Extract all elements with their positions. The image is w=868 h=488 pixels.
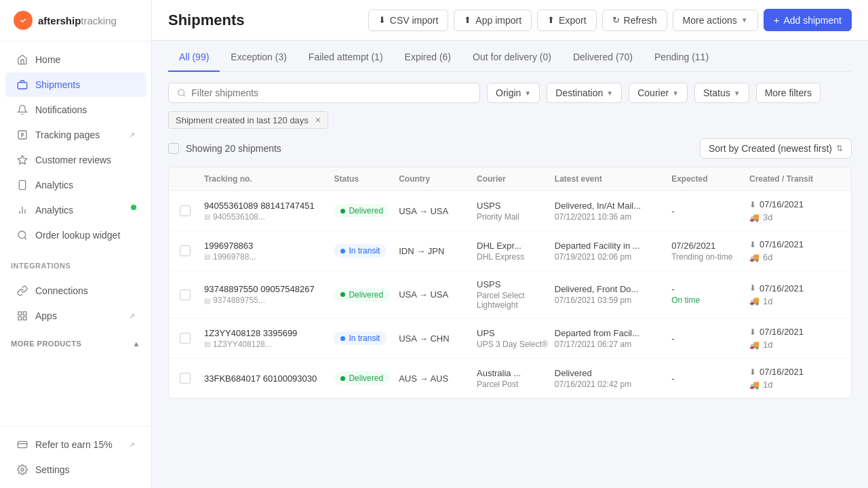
add-shipment-button[interactable]: + Add shipment	[764, 9, 852, 31]
table-header: Tracking no. Status Country Courier Late…	[169, 167, 851, 191]
courier-filter-button[interactable]: Courier ▼	[629, 83, 688, 103]
tab-out-for-delivery[interactable]: Out for delivery (0)	[462, 43, 562, 72]
tab-pending[interactable]: Pending (11)	[644, 43, 719, 72]
export-button[interactable]: ⬆ Export	[537, 9, 596, 31]
select-all-checkbox[interactable]	[168, 143, 179, 154]
destination-filter-button[interactable]: Destination ▼	[547, 83, 622, 103]
table-row[interactable]: 1Z3YY408128 3395699 ▤ 1Z3YY408128... In …	[169, 319, 851, 359]
more-actions-label: More actions	[683, 15, 737, 26]
origin-filter-button[interactable]: Origin ▼	[487, 83, 540, 103]
top-actions: ⬇ CSV import ⬆ App import ⬆ Export ↻ Ref…	[368, 9, 852, 31]
tab-all[interactable]: All (99)	[168, 43, 220, 72]
destination-chevron-icon: ▼	[606, 89, 613, 97]
event-cell: Delivered, In/At Mail... 07/12/2021 10:3…	[555, 201, 671, 222]
expected-date: -	[671, 206, 749, 216]
sort-select[interactable]: Sort by Created (newest first) ⇅	[700, 138, 852, 159]
home-label: Home	[35, 54, 60, 65]
svg-rect-12	[23, 312, 26, 315]
active-filter-close-button[interactable]: ×	[315, 115, 321, 125]
app-import-icon: ⬆	[464, 15, 471, 25]
col-created: Created / Transit	[749, 174, 840, 184]
csv-import-button[interactable]: ⬇ CSV import	[368, 9, 449, 31]
transit-days: 6d	[763, 252, 772, 262]
created-icon: ⬇	[749, 283, 756, 293]
svg-point-0	[18, 16, 28, 26]
logo-brand: aftership	[38, 15, 81, 26]
row-checkbox[interactable]	[180, 333, 191, 344]
tab-exception[interactable]: Exception (3)	[220, 43, 297, 72]
sidebar-item-settings[interactable]: Settings	[5, 458, 146, 482]
tracking-info: 1996978863 ▤ 19969788...	[204, 241, 334, 262]
tracking-info: 33FKB684017 60100093030	[204, 373, 334, 384]
table-row[interactable]: 93748897550 09057548267 ▤ 9374889755... …	[169, 271, 851, 319]
col-tracking: Tracking no.	[204, 174, 334, 184]
tab-delivered[interactable]: Delivered (70)	[562, 43, 644, 72]
tracking-number: 94055361089 88141747451	[204, 201, 334, 211]
svg-rect-14	[18, 317, 22, 320]
logo-icon	[14, 11, 33, 30]
tab-expired[interactable]: Expired (6)	[394, 43, 462, 72]
search-icon	[177, 88, 186, 98]
status-filter-button[interactable]: Status ▼	[694, 83, 749, 103]
row-checkbox[interactable]	[180, 205, 191, 216]
row-checkbox[interactable]	[180, 245, 191, 256]
connections-label: Connections	[35, 285, 88, 296]
tab-failed[interactable]: Failed attempt (1)	[298, 43, 394, 72]
barcode-icon: ▤	[204, 297, 210, 304]
search-box[interactable]	[168, 83, 480, 103]
export-label: Export	[559, 15, 586, 26]
tracking-pages-label: Tracking pages	[35, 129, 100, 140]
status-cell: In transit	[334, 331, 399, 345]
sidebar-item-connections[interactable]: Connections	[5, 279, 146, 303]
status-badge: Delivered	[334, 204, 390, 218]
courier-service: Priority Mail	[477, 212, 555, 222]
sidebar-item-notifications[interactable]: Notifications	[5, 98, 146, 122]
created-cell: ⬇ 07/16/2021 🚚 1d	[749, 327, 840, 350]
row-checkbox[interactable]	[180, 289, 191, 300]
app-import-button[interactable]: ⬆ App import	[454, 9, 532, 31]
tracking-info: 94055361089 88141747451 ▤ 9405536108...	[204, 201, 334, 222]
tracking-app-icon	[16, 179, 28, 191]
sidebar-item-shipments[interactable]: Shipments	[5, 73, 146, 97]
table-row[interactable]: 33FKB684017 60100093030 Delivered AUS → …	[169, 359, 851, 398]
sidebar-item-refer[interactable]: Refer to earn 15% ↗	[5, 432, 146, 457]
sidebar-item-order-lookup[interactable]: Order lookup widget	[5, 223, 146, 247]
transit-icon: 🚚	[749, 340, 760, 350]
transit-icon: 🚚	[749, 380, 760, 390]
integrations-nav: Connections Apps ↗	[0, 272, 151, 334]
table-row[interactable]: 1996978863 ▤ 19969788... In transit IDN …	[169, 231, 851, 271]
status-dot	[340, 209, 345, 214]
refresh-button[interactable]: ↻ Refresh	[602, 9, 667, 31]
created-cell: ⬇ 07/16/2021 🚚 1d	[749, 367, 840, 390]
table-row[interactable]: 94055361089 88141747451 ▤ 9405536108... …	[169, 191, 851, 231]
svg-point-18	[178, 89, 184, 96]
transit-icon: 🚚	[749, 253, 760, 262]
expected-date: -	[671, 284, 749, 294]
tracking-sub: ▤ 19969788...	[204, 252, 334, 262]
sidebar-item-tracking-app[interactable]: Analytics	[5, 173, 146, 197]
order-lookup-label: Order lookup widget	[35, 230, 120, 241]
expected-date: -	[671, 373, 749, 384]
country-cell: USA → CHN	[399, 333, 477, 344]
content-area: All (99) Exception (3) Failed attempt (1…	[152, 41, 868, 488]
more-filters-button[interactable]: More filters	[756, 83, 821, 103]
sidebar-item-apps[interactable]: Apps ↗	[5, 304, 146, 328]
sidebar-item-analytics[interactable]: Analytics	[5, 198, 146, 222]
more-products-chevron-icon: ▲	[133, 340, 140, 348]
row-checkbox[interactable]	[180, 373, 191, 384]
more-products-toggle[interactable]: MORE PRODUCTS ▲	[0, 334, 151, 353]
page-title: Shipments	[168, 12, 244, 29]
expected-date: -	[671, 333, 749, 344]
event-text: Departed Facility in ...	[555, 241, 671, 251]
courier-chevron-icon: ▼	[672, 89, 679, 97]
apps-icon	[16, 310, 28, 322]
sidebar-item-customer-reviews[interactable]: Customer reviews	[5, 148, 146, 172]
status-badge: In transit	[334, 331, 387, 345]
search-input[interactable]	[191, 87, 471, 98]
sidebar-item-tracking-pages[interactable]: Tracking pages ↗	[5, 123, 146, 147]
tracking-pages-ext-icon: ↗	[129, 131, 135, 140]
svg-line-19	[183, 95, 184, 96]
sidebar-item-home[interactable]: Home	[5, 47, 146, 72]
more-actions-button[interactable]: More actions ▼	[673, 9, 758, 31]
transit-days: 1d	[763, 380, 772, 390]
